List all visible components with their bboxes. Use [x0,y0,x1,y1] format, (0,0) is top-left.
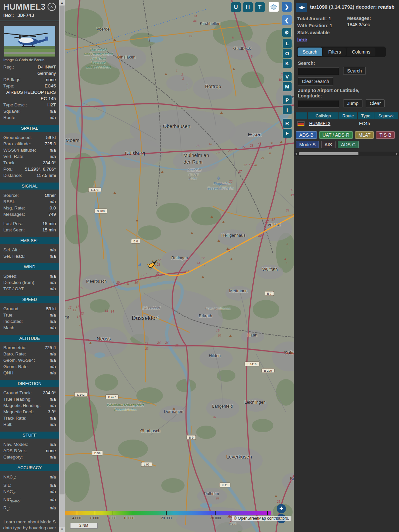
attribution-suffix: contributors. [266,516,289,521]
sidebar-tabs: SearchFiltersColumns [297,47,386,57]
section-header-stuff: STUFF [0,432,59,439]
data-row: Sel. Alt.:n/a [3,247,56,253]
map-button-o[interactable]: O [283,49,292,58]
section-rows: Groundspeed:59 ktBaro. altitude:725 ftWG… [0,134,59,179]
junction-number: 22 [242,145,245,149]
junction-number: 8 [232,36,234,40]
data-row-value: n/a [17,199,56,205]
callsign-cell[interactable]: HUMMEL3 [308,120,338,127]
junction-number: 23 [145,347,149,350]
stats-here-link[interactable]: here [297,37,307,42]
map-button-h[interactable]: H [243,2,253,12]
jump-button[interactable]: Jump [343,99,362,107]
junction-number: 28 [254,163,257,167]
data-row-value[interactable]: D-HNWT [16,64,56,70]
map-button-i[interactable]: I [283,105,292,114]
data-row: Msg. Rate:0.0 [3,205,56,211]
map-button-t[interactable]: T [255,2,265,12]
col-header-Callsign[interactable]: Callsign [308,112,338,119]
data-row: NACP:n/a [3,474,56,482]
data-row-value: n/a [18,488,56,495]
road-shield-label: B 59 [94,452,101,455]
table-horizontal-scrollbar[interactable]: ◀ ▶ [294,152,399,156]
data-row-value: 51.293°, 6.786° [16,166,56,172]
data-row-label: Route: [3,114,17,121]
tab-search[interactable]: Search [298,48,322,56]
sidebar-toggle-icon[interactable]: ◀▶ [296,3,307,12]
map-button-k[interactable]: K [283,59,292,68]
data-row-label: Sel. Head.: [3,253,26,259]
data-row-label: Indicated: [3,318,23,325]
clear-jump-button[interactable]: Clear [366,99,385,107]
data-row-label: Distance: [3,172,22,179]
callsign-link[interactable]: HUMMEL3 [309,121,331,126]
data-row-value: AIRBUS HELICOPTERS EC-145 [5,89,56,102]
data-row: Pos.:51.293°, 6.786° [3,166,56,172]
data-row-value: n/a [20,273,56,279]
zoom-in-button[interactable]: + [277,504,286,513]
junction-number: 32 [156,272,160,275]
tar1090-link[interactable]: tar1090 [310,4,328,10]
map-canvas[interactable]: ✈✈89101012233444443151819202122232326272… [65,0,294,532]
chevron-right-icon: ❯ [285,4,289,10]
map-label: und Rheinvorland [84,52,113,56]
colorbar-tick [166,511,167,515]
map-label: Oberhausen [163,123,191,129]
tab-columns[interactable]: Columns [347,48,375,56]
osm-link[interactable]: OpenStreetMap [238,516,266,521]
colorbar-tick-label: 4 000 [72,516,81,520]
scrollbar-up-icon[interactable]: ▲ [59,0,65,5]
scrollbar-down-icon[interactable]: ▼ [59,527,65,532]
close-icon[interactable]: × [48,3,56,11]
map-button-l[interactable]: L [283,39,292,48]
map-button-u[interactable]: U [231,2,241,12]
aircraft-photo[interactable] [4,26,55,57]
scroll-right-icon[interactable]: ▶ [395,152,399,156]
forest-area [191,207,221,225]
col-header-Type[interactable]: Type [358,112,374,119]
map-attribution: © OpenStreetMap contributors. [232,516,291,521]
jump-label: Jump to Airport or Latitude, Longitude: [298,88,381,98]
map-button-p[interactable]: P [283,95,292,104]
map-label: Waldnaturschutzgebiet [107,403,144,407]
data-row-value: n/a [27,153,56,160]
map-button-r[interactable]: R [283,119,292,128]
map-button-v[interactable]: V [283,72,292,81]
data-row-value: Germany [5,70,56,76]
clear-search-button[interactable]: Clear Search [298,77,333,85]
junction-number: 23 [258,141,261,145]
col-header-Route[interactable]: Route [339,112,357,119]
data-row: Squawk:n/a [3,108,56,114]
map-label: Essen-Mülheim [207,186,234,190]
layers-button[interactable] [269,2,279,12]
search-button[interactable]: Search [343,67,366,75]
junction-number: 4 [285,257,286,261]
table-row[interactable]: HUMMEL3EC45725 [296,120,398,127]
map-button-f[interactable]: F [283,129,292,138]
lake [200,503,212,508]
section-rows: Source:OtherRSSI:n/aMsg. Rate:0.0Message… [0,192,59,234]
data-row-value: Other [21,192,56,199]
panel-collapse-button[interactable]: ❮ [282,15,292,25]
left-panel-scrollbar[interactable]: ▲ ▼ [59,0,65,532]
col-header-Squawk[interactable]: Squawk [374,112,398,119]
junction-number: 15 [196,144,200,148]
map-label: Bottrop [205,83,221,89]
map-button-m[interactable]: M [283,82,292,91]
scroll-left-icon[interactable]: ◀ [294,152,298,156]
aircraft-info-rows: Reg.:D-HNWTGermanyDB flags:noneType:EC45… [0,63,59,121]
jump-input[interactable] [298,100,339,108]
map-label: Langenfeld [212,404,233,409]
col-header-flag[interactable] [296,112,307,119]
map-label: Hilden [209,353,220,358]
search-input[interactable] [298,67,339,75]
data-row: Last Pos.:15 min [3,220,56,227]
map-svg: ✈✈89101012233444443151819202122232326272… [65,0,294,532]
panel-expand-button[interactable]: ❯ [282,2,292,12]
hscroll-thumb[interactable] [299,152,358,155]
settings-button[interactable]: ⚙ [282,28,291,37]
scrollbar-thumb[interactable] [60,6,65,494]
readsb-link[interactable]: readsb [378,4,394,10]
data-row-label: Last Seen: [3,227,25,233]
tab-filters[interactable]: Filters [323,48,346,56]
